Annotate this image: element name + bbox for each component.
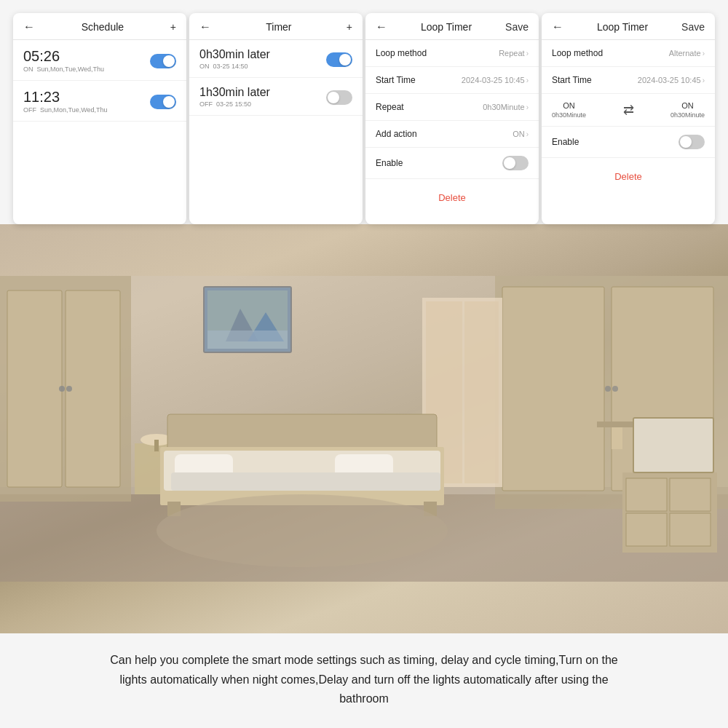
- svg-point-6: [66, 386, 72, 392]
- enable-label: Enable: [376, 158, 403, 168]
- svg-rect-14: [464, 301, 499, 483]
- svg-rect-39: [626, 513, 667, 546]
- schedule-time-1: 05:26: [23, 49, 104, 63]
- repeat-label: Repeat: [376, 102, 404, 112]
- loop-timer-2-screen: ← Loop Timer Save Loop method Alternate …: [542, 13, 715, 224]
- schedule-add-button[interactable]: +: [170, 21, 176, 33]
- add-action-chevron: ›: [526, 130, 529, 138]
- schedule-content: 05:26 ON Sun,Mon,Tue,Wed,Thu 11:23 OFF S: [13, 40, 186, 122]
- start-time-value-2: 2024-03-25 10:45 ›: [638, 76, 705, 84]
- loop-method-chevron-2: ›: [703, 50, 705, 58]
- schedule-header: ← Schedule +: [13, 13, 186, 40]
- screenshots-row: ← Schedule + 05:26 ON Sun,Mon,Tue,Wed,Th…: [0, 0, 728, 224]
- start-time-row[interactable]: Start Time 2024-03-25 10:45 ›: [365, 67, 539, 94]
- timer-sub-1: ON 03-25 14:50: [199, 63, 270, 70]
- loop-timer-1-save-button[interactable]: Save: [505, 21, 529, 33]
- schedule-back-arrow[interactable]: ←: [23, 20, 35, 33]
- schedule-sub-1: ON Sun,Mon,Tue,Wed,Thu: [23, 66, 104, 73]
- timer-item-1: 0h30min later ON 03-25 14:50: [189, 40, 363, 78]
- loop-method-chevron: ›: [526, 50, 529, 58]
- alt-left-label: ON: [563, 101, 575, 110]
- schedule-toggle-1[interactable]: [150, 54, 176, 68]
- loop-timer-1-screen: ← Loop Timer Save Loop method Repeat › S…: [365, 13, 539, 224]
- svg-rect-40: [670, 513, 711, 546]
- loop-method-row-2[interactable]: Loop method Alternate ›: [542, 40, 715, 67]
- svg-rect-19: [167, 414, 437, 451]
- start-time-row-2[interactable]: Start Time 2024-03-25 10:45 ›: [542, 67, 715, 94]
- timer-title: Timer: [266, 21, 291, 33]
- add-action-row[interactable]: Add action ON ›: [365, 121, 539, 148]
- schedule-item-1-info: 05:26 ON Sun,Mon,Tue,Wed,Thu: [23, 49, 104, 73]
- caption-text: Can help you complete the smart mode set…: [109, 651, 619, 708]
- timer-item-1-info: 0h30min later ON 03-25 14:50: [199, 49, 270, 70]
- timer-content: 0h30min later ON 03-25 14:50 1h30min lat…: [189, 40, 363, 116]
- bedroom-photo: [0, 224, 728, 633]
- start-time-chevron: ›: [526, 76, 529, 84]
- loop-timer-2-title: Loop Timer: [597, 21, 648, 33]
- svg-rect-4: [66, 290, 120, 487]
- timer-item-2: 1h30min later OFF 03-25 15:50: [189, 78, 363, 116]
- caption-area: Can help you complete the smart mode set…: [0, 633, 728, 728]
- schedule-item-2: 11:23 OFF Sun,Mon,Tue,Wed,Thu: [13, 81, 186, 122]
- timer-screen: ← Timer + 0h30min later ON 03-25 14:50: [189, 13, 363, 224]
- loop-method-row[interactable]: Loop method Repeat ›: [365, 40, 539, 67]
- delete-button-1[interactable]: Delete: [365, 182, 539, 213]
- enable-toggle-2[interactable]: [678, 135, 705, 149]
- timer-toggle-2[interactable]: [326, 90, 352, 105]
- schedule-time-2: 11:23: [23, 90, 108, 104]
- loop-timer-2-content: Loop method Alternate › Start Time 2024-…: [542, 40, 715, 192]
- bedroom-illustration: [0, 224, 728, 633]
- timer-add-button[interactable]: +: [347, 21, 352, 33]
- schedule-toggle-2[interactable]: [150, 95, 176, 109]
- timer-header: ← Timer +: [189, 13, 363, 40]
- enable-toggle[interactable]: [502, 156, 529, 170]
- schedule-item-1: 05:26 ON Sun,Mon,Tue,Wed,Thu: [13, 40, 186, 81]
- loop-timer-2-back-arrow[interactable]: ←: [552, 20, 563, 33]
- enable-row: Enable: [365, 148, 539, 179]
- start-time-label-2: Start Time: [552, 75, 592, 85]
- loop-timer-1-title: Loop Timer: [421, 21, 472, 33]
- alternate-section: ON 0h30Minute ⇄ ON 0h30Minute: [542, 94, 715, 127]
- alt-left-sub: 0h30Minute: [552, 111, 586, 119]
- start-time-chevron-2: ›: [703, 76, 705, 84]
- repeat-row[interactable]: Repeat 0h30Minute ›: [365, 94, 539, 121]
- add-action-value: ON ›: [513, 130, 529, 138]
- schedule-item-2-info: 11:23 OFF Sun,Mon,Tue,Wed,Thu: [23, 90, 108, 114]
- repeat-chevron: ›: [526, 103, 529, 111]
- svg-rect-24: [171, 472, 440, 491]
- schedule-screen: ← Schedule + 05:26 ON Sun,Mon,Tue,Wed,Th…: [13, 13, 186, 224]
- alt-block-left: ON 0h30Minute: [552, 101, 586, 119]
- timer-item-2-info: 1h30min later OFF 03-25 15:50: [199, 87, 270, 108]
- svg-point-11: [612, 386, 618, 392]
- loop-timer-1-content: Loop method Repeat › Start Time 2024-03-…: [365, 40, 539, 213]
- enable-label-2: Enable: [552, 137, 579, 147]
- delete-button-2[interactable]: Delete: [542, 161, 715, 192]
- alt-right-label: ON: [681, 101, 694, 110]
- repeat-value: 0h30Minute ›: [483, 103, 529, 111]
- svg-rect-3: [7, 290, 62, 487]
- svg-rect-31: [207, 331, 288, 349]
- schedule-sub-2: OFF Sun,Mon,Tue,Wed,Thu: [23, 106, 108, 114]
- alt-right-sub: 0h30Minute: [670, 111, 705, 119]
- svg-rect-38: [670, 478, 711, 511]
- start-time-value: 2024-03-25 10:45 ›: [462, 76, 529, 84]
- loop-method-label-2: Loop method: [552, 48, 603, 58]
- loop-method-value-2: Alternate ›: [669, 49, 705, 58]
- loop-timer-2-save-button[interactable]: Save: [681, 21, 705, 33]
- loop-method-label: Loop method: [376, 48, 427, 58]
- svg-point-10: [605, 386, 611, 392]
- schedule-title: Schedule: [82, 21, 124, 33]
- svg-point-5: [59, 386, 65, 392]
- alt-block-right: ON 0h30Minute: [670, 101, 705, 119]
- timer-back-arrow[interactable]: ←: [199, 20, 211, 33]
- loop-timer-1-back-arrow[interactable]: ←: [376, 20, 387, 33]
- loop-timer-2-header: ← Loop Timer Save: [542, 13, 715, 40]
- timer-toggle-1[interactable]: [326, 52, 352, 67]
- svg-point-35: [157, 494, 448, 567]
- svg-rect-37: [626, 478, 667, 511]
- loop-method-value: Repeat ›: [499, 49, 529, 58]
- timer-sub-2: OFF 03-25 15:50: [199, 100, 270, 108]
- timer-label-2: 1h30min later: [199, 87, 270, 98]
- swap-icon: ⇄: [623, 102, 634, 118]
- svg-rect-8: [502, 287, 604, 491]
